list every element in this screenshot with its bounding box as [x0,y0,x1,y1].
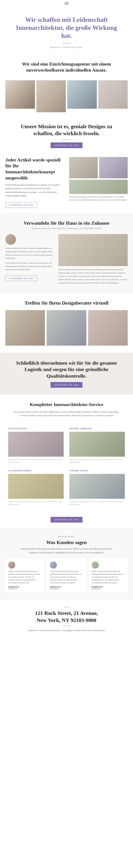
testimonial-text-1: «Wenn sie uns kommen. Wir haben eine gro… [50,570,83,584]
hero-image-1 [5,80,35,109]
service-label-2: Luxuriöse Möbel [8,469,64,472]
intro-section: Wir sind eine Einrichtungsagentur mit ei… [0,54,133,77]
intro-title: Wir sind eine Einrichtungsagentur mit ei… [18,61,115,73]
transform-section: Verwandeln Sie Ihr Haus in ein Zuhause M… [0,213,133,293]
article-images [69,157,128,178]
testimonial-1: «Wenn sie uns kommen. Wir haben eine gro… [47,559,86,592]
logistics-section: Schließlich übernehmen wir für Sie die g… [0,353,133,395]
footer-section: 121 Rock Street, 21 Avenue, New York, NY… [0,600,133,639]
fullservice-title: Kompletter Innenarchitektur-Service [5,402,128,407]
service-item-2: Luxuriöse Möbel Sample text. Click to se… [5,467,66,509]
references-title: Was Kunden sagen [5,539,128,545]
footer-top-divider [64,607,69,607]
references-section: Referenzen Was Kunden sagen Wir legen gr… [0,528,133,600]
services-button[interactable]: SCHREIBEN SIE UNS [51,517,82,523]
testimonial-avatar-2 [92,561,99,568]
testimonial-name-1: Hauptperson [50,586,83,588]
mission-divider [62,139,71,140]
hero-section: Wir schaffen mit Leidenschaft Innenarchi… [0,7,133,54]
article-room-2 [99,157,128,178]
testimonials-row: «Wenn sie uns kommen. Wir haben eine gro… [5,559,128,592]
transform-left: Lorem ipsum dolor sit amet, consectetur … [5,234,55,281]
testimonial-role-0: Hauptperson [8,588,41,590]
footer-placeholder-text: Sample text. Click to select the text bo… [5,628,128,632]
meet-img-1 [5,310,45,346]
service-room-1 [69,432,125,457]
transform-right: Dale ne fingal possum ipsum lorem conseq… [58,234,128,286]
testimonial-2: «Wenn sie uns kommen. Wir haben eine gro… [89,559,128,592]
top-bar [0,0,133,7]
testimonial-text-2: «Wenn sie uns kommen. Wir haben eine gro… [92,570,125,584]
transform-button[interactable]: SCHREIBEN SIE UNS [5,276,37,281]
article-room-wide [69,180,128,194]
testimonial-name-0: Hauptperson [8,586,41,588]
logistics-button[interactable]: SCHREIBEN SIE UNS [51,382,82,388]
transform-avatar [5,234,16,245]
mission-button[interactable]: SCHREIBEN SIE UNS [51,143,82,148]
service-label-3: Unsere Vision [69,469,125,472]
service-room-3 [69,474,125,499]
meet-room-2 [47,310,86,346]
transform-left-text2: Lorem ipsum dolor sit amet, consectetur … [5,261,55,271]
footer-address-2: New York, NY 92103-9000 [5,617,128,623]
article-title: Jeder Artikel wurde speziell für Ihr Inn… [5,157,64,181]
services-grid: Innovationen Sample text. Click to selec… [0,425,133,514]
hero-title: Wir schaffen mit Leidenschaft Innenarchi… [14,16,119,40]
service-text-2: Sample text. Click to select the text bo… [8,500,64,506]
mission-title: Unsere Mission ist es, geniale Designs z… [14,123,119,137]
room-img-1 [5,80,35,109]
hero-subtitle: Reparatur. Einfach und schön. [14,46,119,49]
article-button[interactable]: SCHREIBEN SIE UNS [5,202,37,208]
transform-title-block: Verwandeln Sie Ihr Haus in ein Zuhause M… [5,220,128,230]
references-label: Referenzen [17,535,116,538]
service-label-1: Unsere Arbeiten [69,427,125,430]
transform-title: Verwandeln Sie Ihr Haus in ein Zuhause [5,220,128,226]
testimonial-text-0: «Wenn sie uns kommen. Wir haben eine gro… [8,570,41,584]
testimonial-avatar-1 [50,561,57,568]
service-room-0 [8,432,64,457]
article-body: Während des gesamten Designprozesses arb… [5,183,64,198]
transform-left-text1: Lorem ipsum dolor sit amet, consectetur … [5,247,55,260]
transform-content: Lorem ipsum dolor sit amet, consectetur … [5,234,128,286]
service-img-3 [69,474,125,499]
footer-address-1: 121 Rock Street, 21 Avenue, [5,610,128,616]
article-right: Wir unserer Erfahrung, Architektur und I… [69,157,128,202]
article-room-1 [69,157,98,178]
testimonial-name-2: Hauptperson [92,586,125,588]
meet-img-3 [88,310,128,346]
transform-subtitle: Modernes Dekor, das Ihnen hilft, Ihr Tra… [5,227,128,230]
hero-image-3 [67,80,97,109]
article-img-1 [69,157,98,178]
fullservice-section: Kompletter Innenarchitektur-Service Lore… [0,395,133,425]
room-img-2 [36,80,66,112]
service-text-1: Sample text. Click to select the text bo… [69,458,125,464]
testimonial-role-1: Hauptperson [50,588,83,590]
meet-img-2 [47,310,86,346]
services-button-wrap: SCHREIBEN SIE UNS [0,514,133,528]
hero-images-row [0,77,133,116]
service-item-1: Unsere Arbeiten Sample text. Click to se… [66,425,128,467]
hero-image-2 [36,80,66,112]
meet-room-1 [5,310,45,346]
service-img-2 [8,474,64,499]
service-img-1 [69,432,125,457]
meet-section: Treffen Sie Ihren Designberater virtuell [0,293,133,353]
transform-right-text: Dale ne fingal possum ipsum lorem conseq… [58,268,128,284]
article-img-wide [69,180,128,194]
hero-image-4 [98,80,128,109]
transform-room-img [58,234,128,266]
meet-images-row [5,310,128,346]
footer-divider [62,626,71,626]
hamburger-menu[interactable] [65,2,68,5]
testimonial-0: «Wenn sie uns kommen. Wir haben eine gro… [5,559,44,592]
references-intro: Wir legen großen Wert darauf, für unsere… [17,547,116,554]
room-img-4 [98,80,128,109]
service-text-3: Sample text. Click to select the text bo… [69,500,125,506]
mission-section: Unsere Mission ist es, geniale Designs z… [0,116,133,152]
testimonial-role-2: Hauptperson [92,588,125,590]
meet-title: Treffen Sie Ihren Designberater virtuell [5,300,128,306]
article-right-text: Wir unserer Erfahrung, Architektur und I… [69,195,128,202]
service-item-0: Innovationen Sample text. Click to selec… [5,425,66,467]
logistics-title: Schließlich übernehmen wir für Sie die g… [14,360,119,379]
room-img-3 [67,80,97,109]
